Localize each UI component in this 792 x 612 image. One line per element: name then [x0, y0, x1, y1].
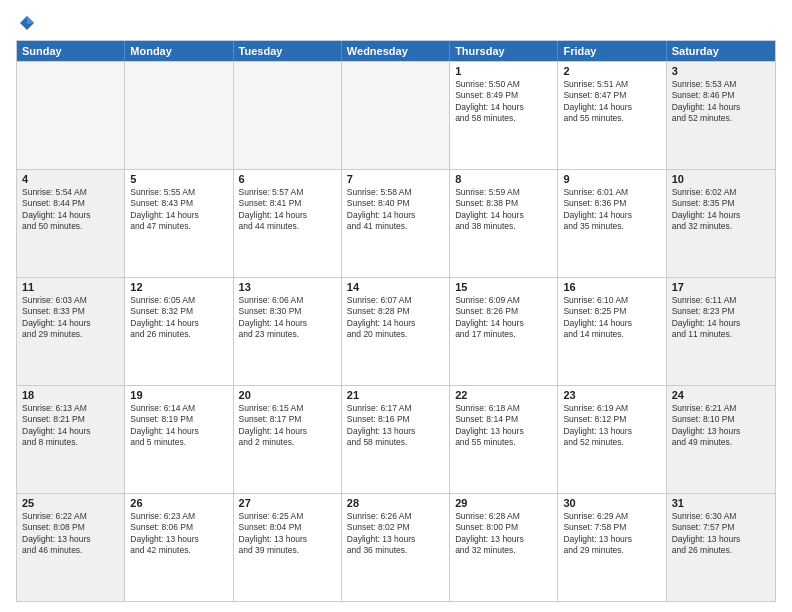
day-number: 4 — [22, 173, 119, 185]
cell-info: Sunrise: 6:28 AM Sunset: 8:00 PM Dayligh… — [455, 511, 552, 557]
day-number: 20 — [239, 389, 336, 401]
calendar-cell — [234, 62, 342, 169]
cell-info: Sunrise: 6:05 AM Sunset: 8:32 PM Dayligh… — [130, 295, 227, 341]
page: SundayMondayTuesdayWednesdayThursdayFrid… — [0, 0, 792, 612]
cell-info: Sunrise: 6:21 AM Sunset: 8:10 PM Dayligh… — [672, 403, 770, 449]
day-number: 16 — [563, 281, 660, 293]
calendar-cell: 18Sunrise: 6:13 AM Sunset: 8:21 PM Dayli… — [17, 386, 125, 493]
calendar-cell — [125, 62, 233, 169]
cell-info: Sunrise: 6:17 AM Sunset: 8:16 PM Dayligh… — [347, 403, 444, 449]
calendar-row-2: 11Sunrise: 6:03 AM Sunset: 8:33 PM Dayli… — [17, 277, 775, 385]
calendar-cell: 19Sunrise: 6:14 AM Sunset: 8:19 PM Dayli… — [125, 386, 233, 493]
day-number: 30 — [563, 497, 660, 509]
calendar-cell — [342, 62, 450, 169]
calendar-cell: 29Sunrise: 6:28 AM Sunset: 8:00 PM Dayli… — [450, 494, 558, 601]
calendar-cell: 1Sunrise: 5:50 AM Sunset: 8:49 PM Daylig… — [450, 62, 558, 169]
calendar-row-4: 25Sunrise: 6:22 AM Sunset: 8:08 PM Dayli… — [17, 493, 775, 601]
calendar-cell: 22Sunrise: 6:18 AM Sunset: 8:14 PM Dayli… — [450, 386, 558, 493]
calendar-cell: 25Sunrise: 6:22 AM Sunset: 8:08 PM Dayli… — [17, 494, 125, 601]
weekday-header-sunday: Sunday — [17, 41, 125, 61]
day-number: 31 — [672, 497, 770, 509]
calendar-row-0: 1Sunrise: 5:50 AM Sunset: 8:49 PM Daylig… — [17, 61, 775, 169]
calendar-cell: 4Sunrise: 5:54 AM Sunset: 8:44 PM Daylig… — [17, 170, 125, 277]
day-number: 27 — [239, 497, 336, 509]
calendar-cell: 7Sunrise: 5:58 AM Sunset: 8:40 PM Daylig… — [342, 170, 450, 277]
day-number: 29 — [455, 497, 552, 509]
calendar-cell: 26Sunrise: 6:23 AM Sunset: 8:06 PM Dayli… — [125, 494, 233, 601]
calendar-cell: 31Sunrise: 6:30 AM Sunset: 7:57 PM Dayli… — [667, 494, 775, 601]
cell-info: Sunrise: 6:29 AM Sunset: 7:58 PM Dayligh… — [563, 511, 660, 557]
day-number: 2 — [563, 65, 660, 77]
day-number: 17 — [672, 281, 770, 293]
cell-info: Sunrise: 5:57 AM Sunset: 8:41 PM Dayligh… — [239, 187, 336, 233]
weekday-header-monday: Monday — [125, 41, 233, 61]
cell-info: Sunrise: 6:14 AM Sunset: 8:19 PM Dayligh… — [130, 403, 227, 449]
calendar-cell: 6Sunrise: 5:57 AM Sunset: 8:41 PM Daylig… — [234, 170, 342, 277]
day-number: 15 — [455, 281, 552, 293]
calendar-cell: 12Sunrise: 6:05 AM Sunset: 8:32 PM Dayli… — [125, 278, 233, 385]
day-number: 12 — [130, 281, 227, 293]
header — [16, 14, 776, 32]
calendar-cell: 24Sunrise: 6:21 AM Sunset: 8:10 PM Dayli… — [667, 386, 775, 493]
cell-info: Sunrise: 6:03 AM Sunset: 8:33 PM Dayligh… — [22, 295, 119, 341]
day-number: 5 — [130, 173, 227, 185]
calendar-cell: 27Sunrise: 6:25 AM Sunset: 8:04 PM Dayli… — [234, 494, 342, 601]
cell-info: Sunrise: 6:18 AM Sunset: 8:14 PM Dayligh… — [455, 403, 552, 449]
cell-info: Sunrise: 6:25 AM Sunset: 8:04 PM Dayligh… — [239, 511, 336, 557]
day-number: 14 — [347, 281, 444, 293]
calendar-cell: 11Sunrise: 6:03 AM Sunset: 8:33 PM Dayli… — [17, 278, 125, 385]
weekday-header-thursday: Thursday — [450, 41, 558, 61]
day-number: 7 — [347, 173, 444, 185]
calendar-cell: 9Sunrise: 6:01 AM Sunset: 8:36 PM Daylig… — [558, 170, 666, 277]
weekday-header-friday: Friday — [558, 41, 666, 61]
cell-info: Sunrise: 6:19 AM Sunset: 8:12 PM Dayligh… — [563, 403, 660, 449]
day-number: 9 — [563, 173, 660, 185]
cell-info: Sunrise: 6:01 AM Sunset: 8:36 PM Dayligh… — [563, 187, 660, 233]
cell-info: Sunrise: 5:54 AM Sunset: 8:44 PM Dayligh… — [22, 187, 119, 233]
calendar-cell: 17Sunrise: 6:11 AM Sunset: 8:23 PM Dayli… — [667, 278, 775, 385]
cell-info: Sunrise: 6:15 AM Sunset: 8:17 PM Dayligh… — [239, 403, 336, 449]
cell-info: Sunrise: 5:51 AM Sunset: 8:47 PM Dayligh… — [563, 79, 660, 125]
day-number: 8 — [455, 173, 552, 185]
cell-info: Sunrise: 5:59 AM Sunset: 8:38 PM Dayligh… — [455, 187, 552, 233]
calendar-cell: 21Sunrise: 6:17 AM Sunset: 8:16 PM Dayli… — [342, 386, 450, 493]
cell-info: Sunrise: 6:23 AM Sunset: 8:06 PM Dayligh… — [130, 511, 227, 557]
calendar-row-1: 4Sunrise: 5:54 AM Sunset: 8:44 PM Daylig… — [17, 169, 775, 277]
calendar-cell: 23Sunrise: 6:19 AM Sunset: 8:12 PM Dayli… — [558, 386, 666, 493]
day-number: 10 — [672, 173, 770, 185]
weekday-header-tuesday: Tuesday — [234, 41, 342, 61]
cell-info: Sunrise: 6:06 AM Sunset: 8:30 PM Dayligh… — [239, 295, 336, 341]
calendar-cell: 15Sunrise: 6:09 AM Sunset: 8:26 PM Dayli… — [450, 278, 558, 385]
cell-info: Sunrise: 6:30 AM Sunset: 7:57 PM Dayligh… — [672, 511, 770, 557]
calendar-cell: 2Sunrise: 5:51 AM Sunset: 8:47 PM Daylig… — [558, 62, 666, 169]
cell-info: Sunrise: 5:50 AM Sunset: 8:49 PM Dayligh… — [455, 79, 552, 125]
calendar: SundayMondayTuesdayWednesdayThursdayFrid… — [16, 40, 776, 602]
day-number: 24 — [672, 389, 770, 401]
weekday-header-saturday: Saturday — [667, 41, 775, 61]
cell-info: Sunrise: 6:07 AM Sunset: 8:28 PM Dayligh… — [347, 295, 444, 341]
day-number: 28 — [347, 497, 444, 509]
day-number: 19 — [130, 389, 227, 401]
cell-info: Sunrise: 5:55 AM Sunset: 8:43 PM Dayligh… — [130, 187, 227, 233]
cell-info: Sunrise: 6:26 AM Sunset: 8:02 PM Dayligh… — [347, 511, 444, 557]
calendar-cell: 28Sunrise: 6:26 AM Sunset: 8:02 PM Dayli… — [342, 494, 450, 601]
day-number: 11 — [22, 281, 119, 293]
calendar-body: 1Sunrise: 5:50 AM Sunset: 8:49 PM Daylig… — [17, 61, 775, 601]
day-number: 13 — [239, 281, 336, 293]
logo — [16, 14, 36, 32]
calendar-cell: 13Sunrise: 6:06 AM Sunset: 8:30 PM Dayli… — [234, 278, 342, 385]
cell-info: Sunrise: 6:11 AM Sunset: 8:23 PM Dayligh… — [672, 295, 770, 341]
calendar-header: SundayMondayTuesdayWednesdayThursdayFrid… — [17, 41, 775, 61]
calendar-row-3: 18Sunrise: 6:13 AM Sunset: 8:21 PM Dayli… — [17, 385, 775, 493]
calendar-cell: 5Sunrise: 5:55 AM Sunset: 8:43 PM Daylig… — [125, 170, 233, 277]
calendar-cell — [17, 62, 125, 169]
cell-info: Sunrise: 6:13 AM Sunset: 8:21 PM Dayligh… — [22, 403, 119, 449]
cell-info: Sunrise: 6:22 AM Sunset: 8:08 PM Dayligh… — [22, 511, 119, 557]
day-number: 6 — [239, 173, 336, 185]
day-number: 1 — [455, 65, 552, 77]
calendar-cell: 30Sunrise: 6:29 AM Sunset: 7:58 PM Dayli… — [558, 494, 666, 601]
weekday-header-wednesday: Wednesday — [342, 41, 450, 61]
calendar-cell: 10Sunrise: 6:02 AM Sunset: 8:35 PM Dayli… — [667, 170, 775, 277]
svg-marker-1 — [27, 16, 34, 24]
day-number: 3 — [672, 65, 770, 77]
